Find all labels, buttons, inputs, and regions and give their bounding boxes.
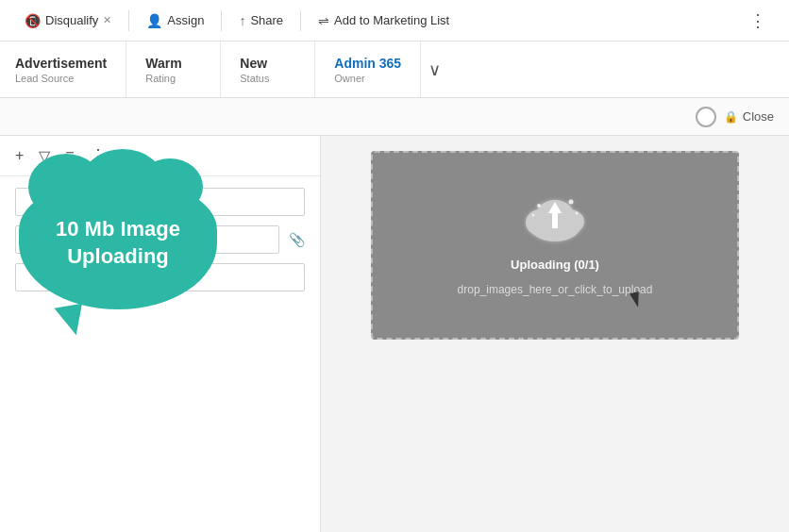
lead-source-label: Lead Source: [15, 73, 107, 84]
rating-label: Rating: [145, 73, 201, 84]
disqualify-button[interactable]: 📵 Disqualify ✕: [15, 8, 121, 33]
cloud-bump-tr: [137, 158, 203, 215]
rating-field[interactable]: Warm Rating: [126, 42, 221, 97]
more-button[interactable]: ⋮: [742, 7, 774, 35]
status-circle: [696, 107, 716, 127]
main-toolbar: 📵 Disqualify ✕ 👤 Assign ↑ Share ⇌ Add to…: [0, 0, 789, 42]
owner-value: Admin 365: [334, 56, 401, 71]
assign-button[interactable]: 👤 Assign: [137, 8, 213, 33]
marketing-icon: ⇌: [318, 13, 329, 28]
right-panel: Uploading (0/1) drop_images_here_or_clic…: [321, 136, 789, 532]
assign-label: Assign: [167, 13, 204, 27]
assign-icon: 👤: [146, 13, 162, 28]
info-bar: Advertisement Lead Source Warm Rating Ne…: [0, 42, 789, 98]
lead-source-field[interactable]: Advertisement Lead Source: [15, 42, 126, 97]
svg-point-7: [576, 212, 579, 215]
upload-sub: drop_images_here_or_click_to_upload: [458, 283, 653, 296]
status-field[interactable]: New Status: [221, 42, 315, 97]
add-to-marketing-button[interactable]: ⇌ Add to Marketing List: [309, 8, 459, 33]
main-content: + ▽ ≡ ⋮ 📎 10 Mb Image: [0, 136, 789, 532]
close-label: Close: [743, 109, 774, 124]
marketing-label: Add to Marketing List: [334, 13, 449, 27]
owner-field[interactable]: Admin 365 Owner: [315, 42, 421, 97]
svg-point-5: [537, 204, 541, 208]
share-button[interactable]: ↑ Share: [229, 8, 293, 33]
owner-label: Owner: [334, 73, 401, 84]
cloud-text: 10 Mb Image Uploading: [46, 216, 190, 270]
separator-1: [128, 10, 129, 31]
disqualify-close-icon: ✕: [103, 14, 111, 26]
lead-source-value: Advertisement: [15, 56, 107, 71]
share-icon: ↑: [239, 13, 245, 28]
cloud-bubble: 10 Mb Image Uploading: [19, 177, 217, 309]
upload-cloud-svg: [522, 194, 588, 246]
status-bar: 🔒 Close: [0, 98, 789, 136]
svg-point-6: [569, 200, 574, 205]
upload-label: Uploading (0/1): [511, 258, 599, 272]
status-track: 🔒 Close: [696, 107, 774, 127]
svg-point-8: [532, 214, 535, 217]
rating-value: Warm: [145, 56, 201, 71]
separator-2: [221, 10, 222, 31]
info-bar-chevron[interactable]: ∨: [421, 42, 448, 97]
disqualify-icon: 📵: [25, 13, 41, 28]
status-value: New: [240, 56, 295, 71]
left-panel: + ▽ ≡ ⋮ 📎 10 Mb Image: [0, 136, 321, 532]
lock-icon: 🔒: [724, 110, 738, 124]
close-button[interactable]: 🔒 Close: [724, 109, 774, 124]
attach-icon[interactable]: 📎: [289, 232, 305, 247]
status-label: Status: [240, 73, 295, 84]
separator-3: [300, 10, 301, 31]
share-label: Share: [250, 13, 283, 27]
upload-area[interactable]: Uploading (0/1) drop_images_here_or_clic…: [371, 151, 739, 340]
disqualify-label: Disqualify: [45, 13, 98, 27]
cloud-tooltip: 10 Mb Image Uploading: [19, 177, 227, 309]
add-icon[interactable]: +: [15, 147, 24, 164]
